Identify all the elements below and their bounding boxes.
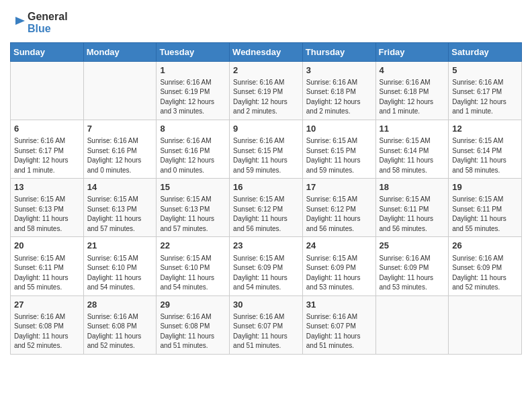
header-day-thursday: Thursday: [302, 42, 375, 61]
logo-blue-text: Blue: [28, 23, 68, 35]
calendar-container: GeneralBlue SundayMondayTuesdayWednesday…: [0, 0, 532, 365]
day-info: Sunrise: 6:16 AMSunset: 6:17 PMDaylight:…: [452, 78, 518, 117]
day-cell: 25Sunrise: 6:16 AMSunset: 6:09 PMDayligh…: [375, 237, 449, 295]
day-info: Sunrise: 6:16 AMSunset: 6:16 PMDaylight:…: [87, 136, 153, 175]
day-number: 26: [452, 240, 518, 252]
day-cell: 16Sunrise: 6:15 AMSunset: 6:12 PMDayligh…: [230, 179, 303, 237]
day-cell: 22Sunrise: 6:15 AMSunset: 6:10 PMDayligh…: [157, 237, 230, 295]
day-info: Sunrise: 6:16 AMSunset: 6:08 PMDaylight:…: [87, 312, 153, 351]
day-cell: 28Sunrise: 6:16 AMSunset: 6:08 PMDayligh…: [83, 295, 157, 354]
day-cell: [11, 61, 84, 120]
day-info: Sunrise: 6:15 AMSunset: 6:13 PMDaylight:…: [160, 195, 226, 234]
day-number: 27: [14, 299, 80, 311]
day-number: 28: [87, 299, 153, 311]
day-number: 13: [14, 181, 80, 193]
day-cell: 7Sunrise: 6:16 AMSunset: 6:16 PMDaylight…: [83, 120, 157, 178]
day-number: 11: [380, 123, 445, 135]
week-row-5: 27Sunrise: 6:16 AMSunset: 6:08 PMDayligh…: [11, 295, 522, 354]
day-number: 18: [380, 181, 445, 193]
day-cell: 5Sunrise: 6:16 AMSunset: 6:17 PMDaylight…: [449, 61, 522, 120]
day-cell: [83, 61, 157, 120]
day-info: Sunrise: 6:15 AMSunset: 6:14 PMDaylight:…: [380, 136, 445, 175]
day-info: Sunrise: 6:16 AMSunset: 6:08 PMDaylight:…: [14, 312, 80, 351]
day-cell: 19Sunrise: 6:15 AMSunset: 6:11 PMDayligh…: [449, 179, 522, 237]
header-day-tuesday: Tuesday: [157, 42, 230, 61]
week-row-1: 1Sunrise: 6:16 AMSunset: 6:19 PMDaylight…: [11, 61, 522, 120]
day-number: 5: [452, 64, 518, 77]
week-row-4: 20Sunrise: 6:15 AMSunset: 6:11 PMDayligh…: [11, 237, 522, 295]
logo-bird-icon: [10, 15, 25, 30]
day-info: Sunrise: 6:16 AMSunset: 6:18 PMDaylight:…: [380, 78, 445, 117]
logo-general-text: General: [28, 11, 68, 23]
day-number: 30: [233, 299, 299, 311]
header-day-monday: Monday: [83, 42, 157, 61]
day-number: 25: [380, 240, 445, 252]
day-cell: 26Sunrise: 6:16 AMSunset: 6:09 PMDayligh…: [449, 237, 522, 295]
calendar-table: SundayMondayTuesdayWednesdayThursdayFrid…: [10, 42, 522, 355]
day-cell: 24Sunrise: 6:15 AMSunset: 6:09 PMDayligh…: [302, 237, 375, 295]
day-info: Sunrise: 6:15 AMSunset: 6:09 PMDaylight:…: [306, 254, 372, 293]
day-info: Sunrise: 6:16 AMSunset: 6:19 PMDaylight:…: [160, 78, 226, 117]
day-cell: 3Sunrise: 6:16 AMSunset: 6:18 PMDaylight…: [302, 61, 375, 120]
day-number: 4: [380, 64, 445, 77]
day-number: 10: [306, 123, 372, 135]
week-row-3: 13Sunrise: 6:15 AMSunset: 6:13 PMDayligh…: [11, 179, 522, 237]
day-number: 9: [233, 123, 299, 135]
day-number: 1: [160, 64, 226, 77]
day-info: Sunrise: 6:16 AMSunset: 6:09 PMDaylight:…: [380, 254, 445, 293]
day-cell: 11Sunrise: 6:15 AMSunset: 6:14 PMDayligh…: [375, 120, 449, 178]
day-number: 22: [160, 240, 226, 252]
day-cell: 13Sunrise: 6:15 AMSunset: 6:13 PMDayligh…: [11, 179, 84, 237]
day-number: 17: [306, 181, 372, 193]
day-number: 31: [306, 299, 372, 311]
header-day-friday: Friday: [375, 42, 449, 61]
day-info: Sunrise: 6:16 AMSunset: 6:16 PMDaylight:…: [160, 136, 226, 175]
day-info: Sunrise: 6:16 AMSunset: 6:07 PMDaylight:…: [306, 312, 372, 351]
day-cell: [449, 295, 522, 354]
day-info: Sunrise: 6:15 AMSunset: 6:14 PMDaylight:…: [452, 136, 518, 175]
day-number: 29: [160, 299, 226, 311]
header-day-wednesday: Wednesday: [230, 42, 303, 61]
day-cell: 4Sunrise: 6:16 AMSunset: 6:18 PMDaylight…: [375, 61, 449, 120]
day-info: Sunrise: 6:15 AMSunset: 6:11 PMDaylight:…: [380, 195, 445, 234]
day-cell: 2Sunrise: 6:16 AMSunset: 6:19 PMDaylight…: [230, 61, 303, 120]
day-cell: 20Sunrise: 6:15 AMSunset: 6:11 PMDayligh…: [11, 237, 84, 295]
svg-marker-0: [15, 17, 25, 25]
day-info: Sunrise: 6:16 AMSunset: 6:09 PMDaylight:…: [452, 254, 518, 293]
day-cell: 30Sunrise: 6:16 AMSunset: 6:07 PMDayligh…: [230, 295, 303, 354]
day-info: Sunrise: 6:15 AMSunset: 6:12 PMDaylight:…: [306, 195, 372, 234]
day-cell: 21Sunrise: 6:15 AMSunset: 6:10 PMDayligh…: [83, 237, 157, 295]
day-cell: 14Sunrise: 6:15 AMSunset: 6:13 PMDayligh…: [83, 179, 157, 237]
day-cell: [375, 295, 449, 354]
day-number: 20: [14, 240, 80, 252]
day-number: 23: [233, 240, 299, 252]
day-info: Sunrise: 6:15 AMSunset: 6:15 PMDaylight:…: [306, 136, 372, 175]
day-number: 24: [306, 240, 372, 252]
day-number: 19: [452, 181, 518, 193]
day-cell: 29Sunrise: 6:16 AMSunset: 6:08 PMDayligh…: [157, 295, 230, 354]
day-number: 2: [233, 64, 299, 77]
day-cell: 12Sunrise: 6:15 AMSunset: 6:14 PMDayligh…: [449, 120, 522, 178]
day-info: Sunrise: 6:15 AMSunset: 6:09 PMDaylight:…: [233, 254, 299, 293]
logo: GeneralBlue: [10, 11, 68, 36]
day-info: Sunrise: 6:15 AMSunset: 6:10 PMDaylight:…: [160, 254, 226, 293]
day-cell: 31Sunrise: 6:16 AMSunset: 6:07 PMDayligh…: [302, 295, 375, 354]
header-row: SundayMondayTuesdayWednesdayThursdayFrid…: [11, 42, 522, 61]
day-info: Sunrise: 6:15 AMSunset: 6:10 PMDaylight:…: [87, 254, 153, 293]
day-info: Sunrise: 6:15 AMSunset: 6:12 PMDaylight:…: [233, 195, 299, 234]
day-info: Sunrise: 6:16 AMSunset: 6:19 PMDaylight:…: [233, 78, 299, 117]
header-day-sunday: Sunday: [11, 42, 84, 61]
day-number: 21: [87, 240, 153, 252]
day-info: Sunrise: 6:16 AMSunset: 6:17 PMDaylight:…: [14, 136, 80, 175]
day-number: 8: [160, 123, 226, 135]
day-cell: 27Sunrise: 6:16 AMSunset: 6:08 PMDayligh…: [11, 295, 84, 354]
day-info: Sunrise: 6:15 AMSunset: 6:11 PMDaylight:…: [14, 254, 80, 293]
day-number: 12: [452, 123, 518, 135]
day-cell: 9Sunrise: 6:16 AMSunset: 6:15 PMDaylight…: [230, 120, 303, 178]
day-number: 14: [87, 181, 153, 193]
day-cell: 8Sunrise: 6:16 AMSunset: 6:16 PMDaylight…: [157, 120, 230, 178]
day-info: Sunrise: 6:15 AMSunset: 6:13 PMDaylight:…: [14, 195, 80, 234]
day-info: Sunrise: 6:16 AMSunset: 6:15 PMDaylight:…: [233, 136, 299, 175]
day-info: Sunrise: 6:16 AMSunset: 6:08 PMDaylight:…: [160, 312, 226, 351]
day-number: 15: [160, 181, 226, 193]
